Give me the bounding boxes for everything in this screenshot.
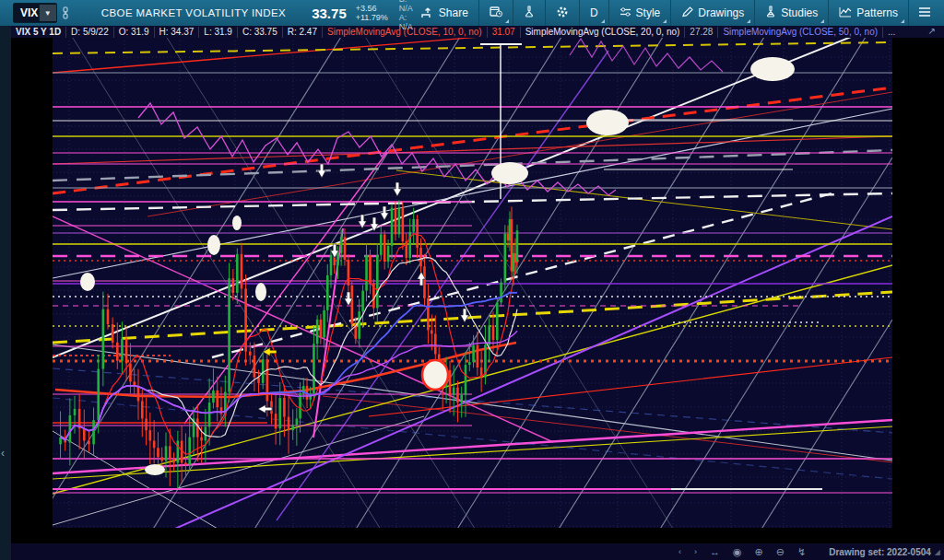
candle-body [283,398,286,417]
candle-body [69,415,72,443]
candle-body [398,208,401,235]
candle-body [184,462,187,464]
candle-body [492,325,495,340]
change-pct: +11.79% [356,13,388,22]
chart-data-header: VIX 5 Y 1D D: 5/9/22 O: 31.9 H: 34.37 L:… [11,26,944,38]
candle-body [216,391,218,407]
candle-body [116,343,119,361]
candle-body [326,275,329,310]
left-sidebar-collapsed[interactable]: ‹ [0,26,11,560]
candle-body [348,260,350,286]
drawing-set-label[interactable]: Drawing set: 2022-0504 [829,547,931,557]
bid-ask: B: N/A A: N/A [399,0,413,31]
patterns-label: Patterns [856,6,898,19]
candle-body [434,333,437,354]
candle-body [380,234,383,254]
candle-body [516,230,519,262]
onDemand-button[interactable] [481,0,511,26]
candle-body [453,388,455,395]
zoom-out-icon[interactable]: ⊖ [770,543,791,560]
highlight-ellipse [145,464,165,475]
sidebar-expand-icon[interactable]: ‹ [1,448,5,459]
zoom-in-icon[interactable]: ⊕ [749,543,770,560]
sma20-value: 27.28 [685,27,718,38]
highlight-ellipse [232,216,242,230]
ohlc-low: L: 31.9 [199,27,238,38]
candle-body [369,255,372,284]
ohlc-close: C: 33.75 [238,27,283,38]
candle-body [74,409,77,415]
candle-body [330,255,333,275]
candle-body [88,440,90,444]
candle-body [153,440,156,448]
settings-button[interactable] [548,0,577,26]
candle-body [313,344,315,393]
candle-body [125,339,128,364]
change-abs: +3.56 [356,4,377,13]
resize-corner-icon[interactable]: ◢ [935,548,940,556]
chart-canvas[interactable] [0,0,944,560]
highlight-ellipse [422,360,448,390]
hamburger-icon [919,6,930,19]
expand-icon[interactable]: ↗ [924,26,940,37]
instrument-name: CBOE MARKET VOLATILITY INDEX [101,7,286,18]
pencil-icon [681,6,693,20]
symbol-input[interactable]: VIX ▼ [13,3,57,23]
candle-body [340,237,343,253]
price-change: +3.56 +11.79% [356,4,388,22]
pan-right-icon[interactable]: › [688,543,703,560]
candle-body [320,320,323,338]
style-button[interactable]: Style [611,0,669,26]
candle-body [391,208,394,246]
pan-left-icon[interactable]: ‹ [672,543,688,560]
candle-body [157,448,159,457]
candle-body [402,208,405,241]
candle-body [121,339,124,361]
candle-body [427,298,430,331]
quick-chart-icon[interactable]: ↯ [791,543,812,560]
sliders-icon [620,6,631,20]
drawings-button[interactable]: Drawings [673,0,752,26]
candle-body [465,365,467,395]
candle-body [500,283,502,303]
link-icon[interactable] [61,5,70,21]
timeframe-button[interactable]: D [582,0,607,26]
ohlc-open: O: 31.9 [114,27,155,38]
gear-icon [556,6,569,21]
last-price: 33.75 [312,6,347,21]
candle-body [344,237,347,260]
symbol-dropdown-button[interactable]: ▼ [39,5,56,21]
candle-body [361,291,364,312]
candle-body [200,438,203,441]
sma20-study-label[interactable]: SimpleMovingAvg (CLOSE, 20, 0, no) [521,27,686,38]
symbol-value[interactable]: VIX [14,6,39,19]
fit-width-icon[interactable]: ↔ [703,543,726,560]
candle-body [456,388,459,402]
candle-body [83,428,86,440]
sma50-study-label[interactable]: SimpleMovingAvg (CLOSE, 50, 0, no) [718,27,883,38]
studies-button[interactable]: Studies [757,0,826,26]
share-label: Share [439,6,468,19]
highlight-ellipse [750,57,795,81]
symbol-period: VIX 5 Y 1D [11,27,66,38]
auto-scale-icon[interactable]: ◉ [726,543,749,560]
candle-body [249,352,252,356]
candle-body [395,208,397,235]
candle-body [358,311,360,339]
candle-body [288,417,290,431]
candle-body [336,253,339,265]
header-ellipsis: ... [883,27,900,38]
candle-body [172,459,175,462]
grid-menu-button[interactable] [911,0,938,26]
ohlc-high: H: 34.37 [155,27,200,38]
share-button[interactable]: Share [413,0,477,26]
top-toolbar: VIX ▼ CBOE MARKET VOLATILITY INDEX 33.75… [0,0,944,26]
candle-body [316,320,319,344]
candle-body [107,309,110,324]
highlight-ellipse [586,110,629,135]
candle-body [431,330,433,333]
analyze-button[interactable] [515,0,543,26]
ohlc-range: R: 2.47 [283,27,323,38]
candle-body [504,234,507,283]
patterns-button[interactable]: Patterns [831,0,906,26]
